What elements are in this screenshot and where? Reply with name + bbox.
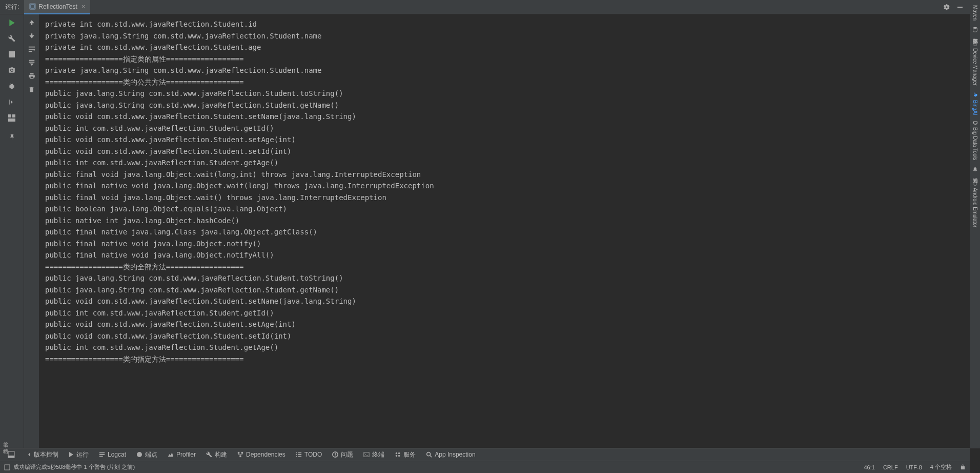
- svg-rect-11: [29, 62, 34, 63]
- tool-logcat[interactable]: Logcat: [94, 448, 131, 461]
- svg-point-38: [973, 27, 977, 29]
- svg-rect-13: [8, 456, 14, 458]
- layout-icon[interactable]: [8, 114, 16, 122]
- console-gutter: [24, 14, 39, 448]
- close-icon[interactable]: ×: [81, 3, 86, 10]
- up-arrow-icon[interactable]: [28, 18, 36, 27]
- svg-rect-5: [12, 114, 15, 117]
- tool-run[interactable]: 运行: [64, 448, 94, 461]
- status-bar: 成功编译完成5秒508毫秒中 1 个警告 (片刻 之前) 46:1 CRLF U…: [0, 461, 970, 473]
- stop-icon[interactable]: [8, 50, 16, 58]
- left-tool-bookmarks[interactable]: 书签: [2, 435, 9, 441]
- svg-rect-25: [298, 454, 301, 455]
- svg-rect-27: [298, 456, 301, 457]
- right-tool-big-data[interactable]: DBig Data Tools: [971, 119, 979, 163]
- svg-rect-26: [296, 456, 297, 457]
- tool-dependencies[interactable]: Dependencies: [232, 448, 291, 461]
- svg-rect-0: [31, 5, 34, 8]
- wrench-icon[interactable]: [8, 34, 16, 43]
- file-encoding[interactable]: UTF-8: [906, 464, 922, 470]
- svg-rect-3: [9, 51, 15, 57]
- tool-profiler[interactable]: Profiler: [162, 448, 201, 461]
- svg-rect-41: [974, 181, 976, 185]
- minimize-icon[interactable]: [956, 4, 964, 11]
- run-config-icon: [29, 3, 36, 10]
- svg-point-32: [396, 452, 397, 454]
- camera-icon[interactable]: [8, 66, 16, 74]
- svg-rect-10: [29, 60, 34, 61]
- line-separator[interactable]: CRLF: [883, 464, 898, 470]
- svg-point-35: [398, 455, 400, 457]
- lock-icon[interactable]: [960, 464, 966, 470]
- svg-rect-23: [298, 452, 301, 454]
- rerun-icon[interactable]: [8, 18, 16, 27]
- run-left-gutter: [0, 14, 24, 448]
- svg-rect-17: [99, 456, 103, 457]
- pin-icon[interactable]: [8, 133, 16, 141]
- bottom-tool-bar: 版本控制 运行 Logcat 端点 Profiler 构建 Dependenci…: [0, 448, 970, 461]
- tool-version-control[interactable]: 版本控制: [20, 448, 64, 461]
- svg-rect-8: [28, 49, 34, 50]
- trash-icon[interactable]: [28, 85, 36, 93]
- svg-rect-15: [99, 452, 105, 454]
- svg-point-36: [427, 452, 431, 456]
- right-tool-maven[interactable]: Maven: [971, 3, 979, 23]
- svg-rect-30: [335, 456, 336, 457]
- right-tool-database[interactable]: 数据库: [971, 24, 980, 37]
- settings-icon[interactable]: [943, 4, 950, 11]
- svg-rect-20: [241, 452, 243, 454]
- cursor-position[interactable]: 46:1: [864, 464, 874, 470]
- soft-wrap-icon[interactable]: [28, 45, 36, 53]
- exit-icon[interactable]: [8, 98, 16, 106]
- svg-rect-37: [5, 465, 10, 470]
- svg-marker-14: [69, 452, 73, 457]
- svg-rect-1: [957, 7, 963, 8]
- right-tool-stripe: Maven 数据库 Device Manager BingAI DBig Dat…: [970, 0, 980, 448]
- tool-terminal[interactable]: 终端: [358, 448, 390, 461]
- svg-point-40: [975, 45, 976, 46]
- status-square-icon[interactable]: [4, 464, 10, 470]
- svg-point-33: [398, 452, 400, 454]
- tool-problems[interactable]: 问题: [327, 448, 358, 461]
- tool-todo[interactable]: TODO: [291, 448, 327, 461]
- left-tool-structure[interactable]: 结构: [2, 441, 9, 447]
- status-message: 成功编译完成5秒508毫秒中 1 个警告 (片刻 之前): [13, 463, 135, 471]
- left-tool-stripe: 书签 结构: [0, 435, 10, 447]
- svg-marker-2: [9, 19, 14, 26]
- indent-setting[interactable]: 4 个空格: [930, 463, 952, 471]
- svg-rect-29: [335, 453, 336, 455]
- svg-point-34: [396, 455, 397, 457]
- right-tool-bingai[interactable]: BingAI: [971, 89, 979, 117]
- svg-rect-9: [28, 51, 32, 52]
- tool-services[interactable]: 服务: [390, 448, 421, 461]
- bug-icon[interactable]: [8, 82, 16, 90]
- svg-rect-21: [239, 456, 241, 457]
- print-icon[interactable]: [28, 72, 36, 80]
- svg-point-18: [137, 452, 142, 457]
- scroll-to-end-icon[interactable]: [28, 58, 36, 67]
- svg-rect-24: [296, 454, 297, 455]
- tool-window-button[interactable]: [3, 448, 20, 461]
- tab-label: ReflectionTest: [38, 3, 77, 10]
- right-tool-device-manager[interactable]: Device Manager: [971, 38, 979, 88]
- svg-rect-16: [99, 454, 105, 455]
- run-tab-reflectiontest[interactable]: ReflectionTest ×: [24, 0, 90, 14]
- run-label: 运行:: [0, 3, 24, 11]
- right-tool-notifications[interactable]: 通知: [971, 164, 980, 176]
- right-tool-android-emulator[interactable]: Android Emulator: [971, 178, 979, 230]
- svg-rect-6: [8, 119, 15, 122]
- down-arrow-icon[interactable]: [28, 32, 36, 40]
- tool-app-inspection[interactable]: App Inspection: [421, 448, 480, 461]
- tool-build[interactable]: 构建: [201, 448, 232, 461]
- run-tab-bar: 运行: ReflectionTest ×: [0, 0, 970, 14]
- tool-breakpoints[interactable]: 端点: [131, 448, 162, 461]
- svg-rect-7: [28, 47, 34, 48]
- svg-rect-22: [296, 452, 297, 454]
- console-output[interactable]: private int com.std.www.javaReflection.S…: [39, 14, 970, 448]
- svg-rect-31: [364, 452, 369, 457]
- svg-rect-4: [8, 114, 11, 117]
- svg-rect-19: [238, 452, 239, 454]
